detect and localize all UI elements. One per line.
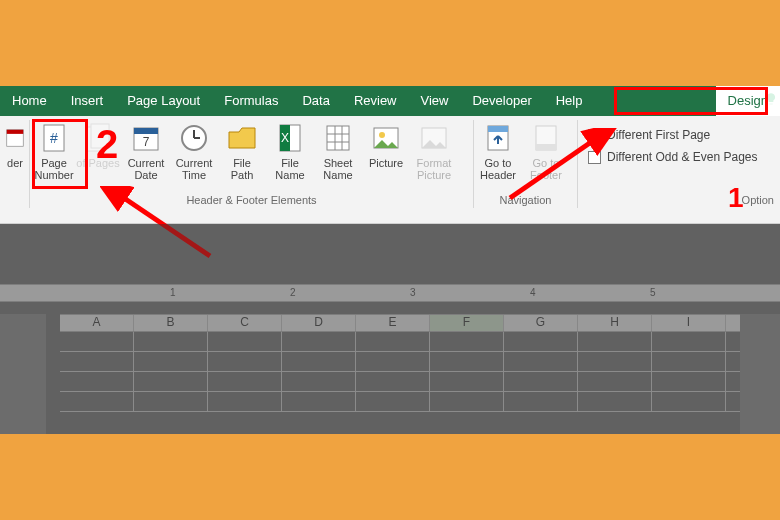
go-to-footer-icon	[530, 122, 562, 154]
tab-view[interactable]: View	[409, 86, 461, 116]
group-navigation-label: Navigation	[474, 194, 577, 208]
tab-page-layout[interactable]: Page Layout	[115, 86, 212, 116]
number-of-pages-button[interactable]: of Pages	[74, 120, 122, 169]
format-picture-icon	[418, 122, 450, 154]
svg-rect-15	[327, 126, 349, 150]
header-icon	[4, 122, 26, 154]
tab-insert[interactable]: Insert	[59, 86, 116, 116]
sheet-name-button[interactable]: Sheet Name	[314, 120, 362, 181]
different-odd-even-checkbox[interactable]: Different Odd & Even Pages	[588, 150, 758, 164]
number-of-pages-icon	[82, 122, 114, 154]
group-navigation: Go to Header Go to Footer Navigation	[474, 120, 578, 208]
go-to-footer-button[interactable]: Go to Footer	[522, 120, 570, 181]
clock-icon	[178, 122, 210, 154]
file-path-label: File Path	[231, 157, 254, 181]
picture-icon	[370, 122, 402, 154]
current-date-button[interactable]: 7 Current Date	[122, 120, 170, 181]
picture-label: Picture	[369, 157, 403, 169]
checkbox-icon	[588, 151, 601, 164]
excel-file-icon: X	[274, 122, 306, 154]
format-picture-button[interactable]: Format Picture	[410, 120, 458, 181]
tab-formulas[interactable]: Formulas	[212, 86, 290, 116]
svg-rect-7	[134, 128, 158, 134]
svg-rect-24	[488, 126, 508, 132]
svg-rect-26	[536, 144, 556, 150]
picture-button[interactable]: Picture	[362, 120, 410, 169]
app-window: Home Insert Page Layout Formulas Data Re…	[0, 86, 780, 434]
go-to-header-label: Go to Header	[480, 157, 516, 181]
checkbox-icon	[588, 129, 601, 142]
file-name-label: File Name	[275, 157, 304, 181]
group-elements-label: Header & Footer Elements	[30, 194, 473, 208]
header-button[interactable]: der	[2, 120, 28, 169]
calendar-icon: 7	[130, 122, 162, 154]
go-to-header-icon	[482, 122, 514, 154]
go-to-footer-label: Go to Footer	[530, 157, 562, 181]
dim-overlay	[0, 224, 780, 434]
svg-point-21	[379, 132, 385, 138]
file-path-button[interactable]: File Path	[218, 120, 266, 181]
lightbulb-icon	[764, 92, 778, 106]
tab-help[interactable]: Help	[544, 86, 595, 116]
tab-data[interactable]: Data	[290, 86, 341, 116]
page-number-button[interactable]: # Page Number	[30, 120, 78, 181]
tab-developer[interactable]: Developer	[460, 86, 543, 116]
go-to-header-button[interactable]: Go to Header	[474, 120, 522, 181]
header-button-label: der	[7, 157, 23, 169]
tab-home[interactable]: Home	[0, 86, 59, 116]
folder-icon	[226, 122, 258, 154]
group-options: Different First Page Different Odd & Eve…	[578, 120, 780, 208]
svg-rect-5	[91, 124, 109, 148]
current-time-button[interactable]: Current Time	[170, 120, 218, 181]
ribbon: der # Page Number of Pages	[0, 116, 780, 224]
tab-review[interactable]: Review	[342, 86, 409, 116]
group-options-label: Option	[578, 194, 780, 208]
group-header-footer: der	[0, 120, 30, 208]
current-time-label: Current Time	[176, 157, 213, 181]
ribbon-tabstrip: Home Insert Page Layout Formulas Data Re…	[0, 86, 780, 116]
svg-rect-1	[7, 130, 24, 134]
svg-text:X: X	[281, 131, 289, 145]
page-number-icon: #	[38, 122, 70, 154]
svg-text:#: #	[50, 130, 58, 146]
different-odd-even-label: Different Odd & Even Pages	[607, 150, 758, 164]
different-first-page-checkbox[interactable]: Different First Page	[588, 128, 758, 142]
sheet-name-label: Sheet Name	[323, 157, 352, 181]
sheet-icon	[322, 122, 354, 154]
group-hf-label	[0, 194, 29, 208]
group-hf-elements: # Page Number of Pages 7 Current Date Cu…	[30, 120, 474, 208]
format-picture-label: Format Picture	[417, 157, 452, 181]
page-number-label: Page Number	[34, 157, 73, 181]
current-date-label: Current Date	[128, 157, 165, 181]
file-name-button[interactable]: X File Name	[266, 120, 314, 181]
number-of-pages-label: of Pages	[76, 157, 119, 169]
svg-text:7: 7	[143, 135, 150, 149]
different-first-page-label: Different First Page	[607, 128, 710, 142]
